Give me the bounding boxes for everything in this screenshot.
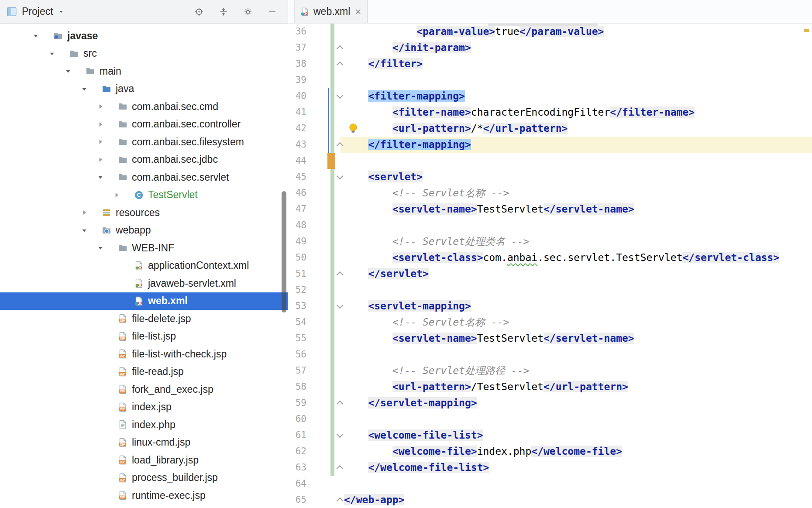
- code-text-token[interactable]: characterEncodingFilter: [471, 106, 610, 118]
- code-line-text[interactable]: <welcome-file>index.php</welcome-file>: [344, 443, 622, 460]
- tree-item-runtime-exec-jsp[interactable]: JSPruntime-exec.jsp: [0, 487, 288, 505]
- code-text-token[interactable]: TestServlet: [477, 203, 544, 215]
- code-line-40[interactable]: 40 <filter-mapping>: [288, 88, 812, 104]
- tree-item-load-library-jsp[interactable]: JSPload_library.jsp: [0, 451, 288, 469]
- code-line-text[interactable]: <welcome-file-list>: [344, 427, 483, 443]
- collapse-arrow-icon[interactable]: [76, 226, 93, 235]
- vcs-change-marker[interactable]: [330, 104, 334, 120]
- code-line-text[interactable]: <servlet-mapping>: [344, 298, 471, 314]
- code-line-43[interactable]: 43 </filter-mapping>: [288, 137, 812, 153]
- collapse-arrow-icon[interactable]: [76, 84, 93, 94]
- tree-item-file-delete-jsp[interactable]: JSPfile-delete.jsp: [0, 310, 288, 328]
- code-text-token[interactable]: .sec.servlet.TestServlet: [537, 252, 682, 263]
- vcs-change-marker[interactable]: [330, 137, 334, 153]
- vcs-change-marker[interactable]: [330, 282, 334, 298]
- vcs-change-marker[interactable]: [330, 169, 334, 185]
- tab-web-xml[interactable]: web.xml ×: [294, 0, 368, 23]
- tree-item-main[interactable]: main: [0, 62, 288, 80]
- code-text-token[interactable]: [344, 187, 392, 199]
- vcs-change-marker[interactable]: [330, 363, 334, 379]
- vcs-change-marker[interactable]: [330, 201, 334, 217]
- code-text-token[interactable]: [344, 446, 392, 457]
- expand-arrow-icon[interactable]: [92, 155, 109, 165]
- tree-item-webapp[interactable]: webapp: [0, 222, 288, 240]
- tree-item-resources[interactable]: resources: [0, 204, 288, 222]
- code-text-token[interactable]: /TestServlet: [471, 381, 544, 392]
- code-line-text[interactable]: <url-pattern>/TestServlet</url-pattern>: [344, 379, 628, 395]
- settings-button[interactable]: [242, 6, 254, 17]
- tree-item-file-list-with-check-jsp[interactable]: JSPfile-list-with-check.jsp: [0, 345, 288, 363]
- code-line-51[interactable]: 51 </servlet>: [288, 266, 812, 282]
- typo-warning-token[interactable]: anbai: [507, 252, 537, 263]
- code-text-token[interactable]: [344, 381, 392, 392]
- comment-token[interactable]: <!-- Servlet处理路径 -->: [392, 365, 530, 376]
- fold-marker-icon[interactable]: [335, 395, 344, 411]
- xml-tag-token[interactable]: </url-pattern>: [544, 381, 628, 392]
- tree-item-com-anbai-sec-cmd[interactable]: com.anbai.sec.cmd: [0, 98, 288, 116]
- xml-tag-token[interactable]: <welcome-file-list>: [368, 429, 483, 441]
- tree-item-testservlet[interactable]: CTestServlet: [0, 186, 288, 204]
- code-text-token[interactable]: TestServlet: [477, 333, 544, 344]
- vcs-change-marker[interactable]: [327, 153, 335, 169]
- code-line-39[interactable]: 39: [288, 72, 812, 88]
- vcs-change-marker[interactable]: [330, 395, 334, 411]
- code-line-46[interactable]: 46 <!-- Servlet名称 -->: [288, 185, 812, 201]
- collapse-arrow-icon[interactable]: [27, 31, 45, 41]
- code-line-44[interactable]: 44: [288, 153, 812, 169]
- xml-tag-token[interactable]: <servlet-mapping>: [368, 300, 471, 312]
- fold-marker-icon[interactable]: [335, 137, 344, 153]
- tree-item-com-anbai-sec-jdbc[interactable]: com.anbai.sec.jdbc: [0, 151, 288, 169]
- xml-tag-token[interactable]: </filter>: [368, 58, 423, 69]
- xml-tag-token[interactable]: </welcome-file>: [531, 446, 622, 457]
- xml-tag-token[interactable]: </servlet>: [368, 268, 428, 279]
- fold-marker-icon[interactable]: [335, 56, 344, 72]
- code-line-38[interactable]: 38 </filter>: [288, 56, 812, 72]
- fold-marker-icon[interactable]: [335, 298, 344, 314]
- tree-item-process-builder-jsp[interactable]: JSPprocess_builder.jsp: [0, 469, 288, 487]
- code-editor[interactable]: 36 <param-value>true</param-value>37 </i…: [288, 24, 812, 508]
- fold-marker-icon[interactable]: [335, 169, 344, 185]
- code-text-token[interactable]: [344, 139, 368, 150]
- fold-marker-icon[interactable]: [335, 266, 344, 282]
- code-line-50[interactable]: 50 <servlet-class>com.anbai.sec.servlet.…: [288, 250, 812, 266]
- xml-tag-token[interactable]: </servlet-mapping>: [368, 397, 477, 408]
- vcs-change-marker[interactable]: [330, 250, 334, 266]
- comment-token[interactable]: <!-- Servlet名称 -->: [392, 187, 509, 199]
- xml-tag-token[interactable]: <servlet-name>: [392, 203, 477, 215]
- code-line-61[interactable]: 61 <welcome-file-list>: [288, 427, 812, 443]
- xml-tag-token[interactable]: <servlet-class>: [392, 252, 483, 263]
- tree-item-index-jsp[interactable]: JSPindex.jsp: [0, 398, 288, 416]
- xml-tag-token[interactable]: </servlet-class>: [682, 252, 779, 263]
- expand-arrow-icon[interactable]: [92, 102, 109, 111]
- code-line-text[interactable]: <filter-name>characterEncodingFilter</fi…: [344, 104, 695, 120]
- fold-marker-icon[interactable]: [335, 460, 344, 476]
- code-line-text[interactable]: </welcome-file-list>: [344, 460, 489, 476]
- code-line-text[interactable]: <!-- Servlet处理路径 -->: [344, 363, 529, 379]
- code-text-token[interactable]: [344, 42, 392, 53]
- code-text-token[interactable]: [344, 462, 368, 473]
- tree-item-fork-and-exec-jsp[interactable]: JSPfork_and_exec.jsp: [0, 381, 288, 398]
- comment-token[interactable]: <!-- Servlet名称 -->: [392, 316, 509, 328]
- code-text-token[interactable]: [344, 123, 392, 134]
- vcs-change-marker[interactable]: [330, 266, 334, 282]
- code-line-45[interactable]: 45 <servlet>: [288, 169, 812, 185]
- code-text-token[interactable]: [344, 171, 368, 182]
- vcs-change-marker[interactable]: [330, 427, 334, 443]
- code-line-text[interactable]: </filter-mapping>: [344, 137, 471, 153]
- fold-marker-icon[interactable]: [335, 40, 344, 56]
- vcs-change-marker[interactable]: [330, 298, 334, 314]
- vcs-change-marker[interactable]: [330, 120, 334, 137]
- vcs-change-marker[interactable]: [330, 56, 334, 72]
- collapse-arrow-icon[interactable]: [92, 172, 109, 182]
- tree-item-src[interactable]: src: [0, 45, 288, 63]
- xml-tag-token[interactable]: </filter-mapping>: [368, 139, 471, 150]
- code-line-65[interactable]: 65</web-app>: [288, 492, 812, 508]
- code-line-text[interactable]: <servlet-class>com.anbai.sec.servlet.Tes…: [344, 250, 779, 266]
- tree-item-java[interactable]: java: [0, 80, 288, 98]
- xml-tag-token[interactable]: </servlet-name>: [544, 203, 634, 215]
- tree-item-file-read-jsp[interactable]: JSPfile-read.jsp: [0, 363, 288, 381]
- vcs-change-marker[interactable]: [330, 411, 334, 427]
- code-line-text[interactable]: <!-- Servlet处理类名 -->: [344, 233, 529, 250]
- xml-tag-token[interactable]: </welcome-file-list>: [368, 462, 489, 473]
- xml-tag-token[interactable]: <servlet>: [368, 171, 423, 182]
